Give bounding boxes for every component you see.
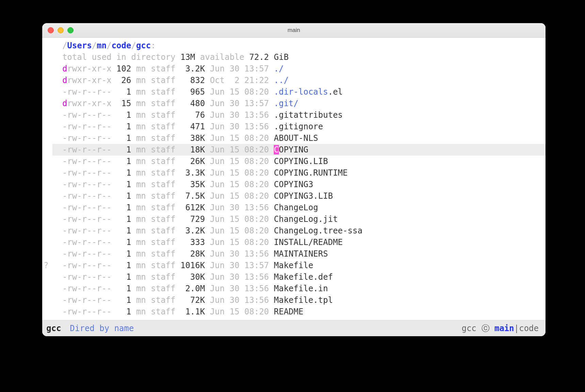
dired-entry[interactable]: -rw-r--r-- 1 mn staff 18K Jun 15 08:20 C… <box>52 144 546 156</box>
perms: rw-r--r-- <box>67 238 111 247</box>
file-name[interactable]: Makefile.in <box>274 284 328 293</box>
dired-entry[interactable]: -rw-r--r-- 1 mn staff 35K Jun 15 08:20 C… <box>52 179 546 190</box>
path-segment[interactable]: code <box>111 41 131 50</box>
links: 1 <box>111 122 136 131</box>
size: 965 <box>175 87 210 97</box>
file-name[interactable]: OPYING <box>279 145 309 154</box>
modeline: gcc Dired by name gcc ⓒ main | code <box>42 320 546 336</box>
dired-entry[interactable]: -rw-r--r-- 1 mn staff 28K Jun 30 13:56 M… <box>52 248 546 260</box>
file-name[interactable]: .gitattributes <box>274 110 343 120</box>
dired-entry[interactable]: -rw-r--r-- 1 mn staff 2.0M Jun 30 13:56 … <box>52 283 546 294</box>
file-name[interactable]: COPYING3.LIB <box>274 191 333 201</box>
links: 1 <box>111 133 136 143</box>
close-icon[interactable] <box>48 27 54 33</box>
size: 30K <box>175 272 210 282</box>
group: staff <box>151 214 175 224</box>
zoom-icon[interactable] <box>67 27 74 33</box>
dired-entry[interactable]: -rw-r--r-- 1 mn staff 729 Jun 15 08:20 C… <box>52 213 546 225</box>
dired-entry[interactable]: -rw-r--r-- 1 mn staff 26K Jun 15 08:20 C… <box>52 156 546 167</box>
file-name[interactable]: Makefile.def <box>274 272 333 282</box>
owner: mn <box>136 76 146 85</box>
group: staff <box>151 145 175 154</box>
dired-entry[interactable]: drwxr-xr-x 102 mn staff 3.2K Jun 30 13:5… <box>52 63 546 75</box>
path-segment[interactable]: Users <box>67 41 92 50</box>
vc-sep: | <box>514 324 519 333</box>
date: Jun 15 08:20 <box>210 87 269 97</box>
file-name[interactable]: .gitignore <box>274 122 323 131</box>
links: 1 <box>111 191 136 201</box>
file-name[interactable]: Makefile <box>274 261 313 270</box>
size: 18K <box>175 145 210 154</box>
perms: rw-r--r-- <box>67 284 111 293</box>
file-name[interactable]: MAINTAINERS <box>274 249 328 259</box>
dired-entry[interactable]: -rw-r--r-- 1 mn staff 965 Jun 15 08:20 .… <box>52 86 546 98</box>
file-name[interactable]: ../ <box>274 76 288 85</box>
group: staff <box>151 295 175 305</box>
group: staff <box>151 261 175 270</box>
perms: rwxr-xr-x <box>67 99 111 108</box>
dired-entry[interactable]: -rw-r--r-- 1 mn staff 3.2K Jun 15 08:20 … <box>52 225 546 236</box>
date: Jun 15 08:20 <box>210 157 269 166</box>
dired-path[interactable]: /Users/mn/code/gcc: <box>52 40 546 51</box>
dired-entry[interactable]: drwxr-xr-x 15 mn staff 480 Jun 30 13:57 … <box>52 98 546 109</box>
links: 1 <box>111 284 136 293</box>
date: Oct 2 21:22 <box>210 76 269 85</box>
dired-entry[interactable]: drwxr-xr-x 26 mn staff 832 Oct 2 21:22 .… <box>52 75 546 86</box>
dired-entry[interactable]: -rw-r--r-- 1 mn staff 471 Jun 30 13:56 .… <box>52 121 546 132</box>
path-segment[interactable]: gcc <box>136 41 151 50</box>
group: staff <box>151 87 175 97</box>
file-name[interactable]: .git <box>274 99 294 108</box>
links: 1 <box>111 261 136 270</box>
buffer-name[interactable]: gcc <box>46 324 61 333</box>
dired-listing[interactable]: /Users/mn/code/gcc: total used in direct… <box>42 38 546 317</box>
links: 26 <box>111 76 136 85</box>
dired-entry[interactable]: -rw-r--r-- 1 mn staff 1.1K Jun 15 08:20 … <box>52 306 546 317</box>
owner: mn <box>136 191 146 201</box>
owner: mn <box>136 226 146 235</box>
file-name[interactable]: COPYING.RUNTIME <box>274 168 348 178</box>
links: 1 <box>111 180 136 189</box>
size: 832 <box>175 76 210 85</box>
owner: mn <box>136 168 146 178</box>
file-name[interactable]: COPYING3 <box>274 180 313 189</box>
dired-entry[interactable]: -rw-r--r-- 1 mn staff 30K Jun 30 13:56 M… <box>52 271 546 283</box>
file-name[interactable]: .dir-locals <box>274 87 328 97</box>
vc-branch[interactable]: main <box>494 324 514 333</box>
date: Jun 30 13:57 <box>210 64 269 74</box>
group: staff <box>151 99 175 108</box>
file-name[interactable]: ChangeLog.jit <box>274 214 338 224</box>
file-name[interactable]: README <box>274 307 303 316</box>
file-name[interactable]: ChangeLog <box>274 203 318 212</box>
buffer-content[interactable]: /Users/mn/code/gcc: total used in direct… <box>42 38 546 320</box>
perms: rw-r--r-- <box>67 226 111 235</box>
file-name[interactable]: INSTALL/README <box>274 238 343 247</box>
date: Jun 30 13:56 <box>210 203 269 212</box>
major-mode[interactable]: Dired by name <box>70 324 134 333</box>
file-name[interactable]: Makefile.tpl <box>274 295 333 305</box>
dired-entry[interactable]: -rw-r--r-- 1 mn staff 333 Jun 15 08:20 I… <box>52 236 546 248</box>
gutter-mark: ? <box>44 260 48 271</box>
dired-entry[interactable]: -rw-r--r-- 1 mn staff 612K Jun 30 13:56 … <box>52 202 546 213</box>
minimize-icon[interactable] <box>58 27 64 33</box>
date: Jun 30 13:56 <box>210 295 269 305</box>
links: 15 <box>111 99 136 108</box>
dired-entry[interactable]: -rw-r--r-- 1 mn staff 38K Jun 15 08:20 A… <box>52 132 546 144</box>
links: 1 <box>111 168 136 178</box>
owner: mn <box>136 87 146 97</box>
file-name[interactable]: ./ <box>274 64 284 74</box>
file-name[interactable]: ChangeLog.tree-ssa <box>274 226 362 235</box>
dired-entry[interactable]: -rw-r--r-- 1 mn staff 76 Jun 30 13:56 .g… <box>52 109 546 121</box>
owner: mn <box>136 110 146 120</box>
size: 3.2K <box>175 226 210 235</box>
dired-entry[interactable]: -rw-r--r-- 1 mn staff 1016K Jun 30 13:57… <box>52 260 546 271</box>
dired-entry[interactable]: -rw-r--r-- 1 mn staff 7.5K Jun 15 08:20 … <box>52 190 546 202</box>
dired-entry[interactable]: -rw-r--r-- 1 mn staff 72K Jun 30 13:56 M… <box>52 294 546 306</box>
file-name[interactable]: ABOUT-NLS <box>274 133 318 143</box>
date: Jun 15 08:20 <box>210 191 269 201</box>
summary-avail: 72.2 GiB <box>249 52 289 62</box>
dired-entry[interactable]: -rw-r--r-- 1 mn staff 3.3K Jun 15 08:20 … <box>52 167 546 179</box>
file-name[interactable]: COPYING.LIB <box>274 157 328 166</box>
group: staff <box>151 133 175 143</box>
dir-flag-icon: d <box>62 99 67 108</box>
path-segment[interactable]: mn <box>97 41 107 50</box>
